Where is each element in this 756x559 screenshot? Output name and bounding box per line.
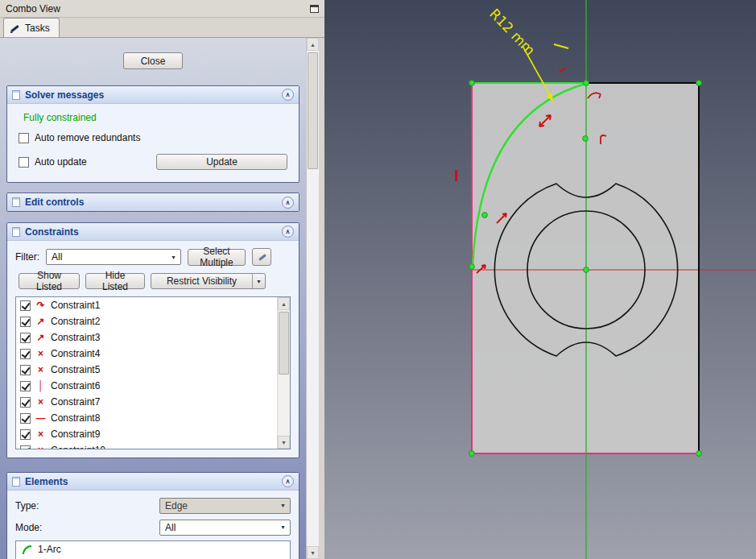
constraint-visibility-checkbox[interactable] — [20, 397, 31, 408]
coincident-constraint-icon: × — [35, 348, 47, 359]
section-title: Solver messages — [25, 89, 277, 101]
solver-messages-header[interactable]: Solver messages ∧ — [7, 86, 299, 104]
coincident-constraint-icon: × — [35, 364, 47, 375]
close-button[interactable]: Close — [123, 52, 183, 69]
chevron-down-icon: ▼ — [276, 520, 290, 535]
auto-remove-redundants-row[interactable]: Auto remove redundants — [19, 130, 287, 145]
chevron-down-icon[interactable]: ▼ — [252, 274, 265, 288]
tabbar: Tasks — [0, 18, 324, 38]
solver-messages-section: Solver messages ∧ Fully constrained Auto… — [6, 85, 300, 183]
element-label: 1-Arc — [38, 544, 61, 555]
horizontal-constraint-icon: — — [35, 412, 47, 424]
constraints-header[interactable]: Constraints ∧ — [7, 223, 299, 241]
solver-status: Fully constrained — [23, 112, 287, 123]
constraint-list-item[interactable]: ↗ Constraint3 — [16, 329, 277, 346]
constraint-label: Constraint4 — [51, 348, 100, 359]
auto-update-row[interactable]: Auto update — [19, 155, 87, 169]
section-icon — [12, 197, 20, 207]
select-multiple-button[interactable]: Select Multiple — [188, 249, 246, 266]
task-panel-scrollbar[interactable]: ▲ ▼ — [306, 38, 319, 559]
vertical-constraint-marker-icon[interactable] — [455, 170, 457, 181]
mode-combobox[interactable]: All ▼ — [159, 520, 291, 536]
collapse-chevron-icon[interactable]: ∧ — [282, 226, 294, 238]
window-title: Combo View — [6, 3, 60, 14]
task-panel: Close Solver messages ∧ Fully constraine… — [0, 38, 306, 559]
constraint-visibility-checkbox[interactable] — [20, 429, 31, 440]
type-combobox: Edge ▼ — [159, 498, 291, 514]
collapse-chevron-icon[interactable]: ∧ — [282, 197, 294, 209]
constraint-list-item[interactable]: │ Constraint6 — [16, 378, 277, 394]
edit-constraint-button[interactable] — [252, 248, 271, 266]
distance-constraint-icon: ↗ — [35, 332, 47, 343]
section-title: Elements — [25, 476, 277, 487]
constraint-list-scrollbar[interactable]: ▲ ▼ — [277, 297, 290, 449]
constraint-visibility-checkbox[interactable] — [20, 349, 31, 359]
auto-update-checkbox[interactable] — [19, 157, 29, 168]
tab-tasks[interactable]: Tasks — [3, 18, 60, 37]
scroll-down-icon[interactable]: ▼ — [278, 436, 290, 449]
elements-section: Elements ∧ Type: Edge ▼ Mode: All ▼ — [6, 472, 300, 559]
scroll-up-icon[interactable]: ▲ — [278, 297, 290, 310]
element-list-item[interactable]: 1-Arc — [16, 541, 290, 557]
constraint-list-item[interactable]: × Constraint7 — [16, 394, 277, 410]
constraint-list-item[interactable]: × Constraint9 — [16, 426, 277, 442]
vertex-point — [583, 136, 589, 142]
auto-remove-redundants-checkbox[interactable] — [19, 133, 29, 143]
collapse-chevron-icon[interactable]: ∧ — [282, 89, 294, 101]
vertex-point — [469, 451, 475, 457]
constraint-label: Constraint3 — [51, 332, 100, 343]
arc-element-icon — [22, 545, 32, 555]
section-icon — [12, 477, 20, 487]
filter-combobox[interactable]: All ▼ — [46, 249, 181, 265]
section-title: Constraints — [25, 226, 277, 238]
coincident-constraint-icon: × — [35, 429, 47, 440]
vertex-point — [696, 81, 702, 86]
constraint-visibility-checkbox[interactable] — [20, 333, 31, 343]
element-list: 1-Arc — [15, 540, 291, 559]
float-panel-icon[interactable] — [310, 5, 319, 13]
restrict-visibility-label: Restrict Visibility — [151, 275, 252, 287]
scroll-up-icon[interactable]: ▲ — [307, 38, 319, 51]
edit-controls-header[interactable]: Edit controls ∧ — [7, 193, 299, 211]
constraint-visibility-checkbox[interactable] — [20, 365, 31, 375]
constraints-section: Constraints ∧ Filter: All ▼ Select Multi… — [6, 222, 300, 458]
section-icon — [12, 90, 20, 100]
mode-label: Mode: — [15, 522, 42, 533]
panel-splitter[interactable] — [319, 38, 324, 559]
auto-update-label: Auto update — [35, 156, 87, 168]
constraint-list-item[interactable]: × Constraint4 — [16, 346, 277, 362]
constraint-visibility-checkbox[interactable] — [20, 381, 31, 391]
scroll-down-icon[interactable]: ▼ — [307, 546, 319, 559]
chevron-down-icon: ▼ — [276, 499, 290, 513]
brush-icon — [258, 252, 266, 262]
collapse-chevron-icon[interactable]: ∧ — [282, 475, 294, 487]
elements-header[interactable]: Elements ∧ — [7, 473, 299, 491]
constraint-list-item[interactable]: ↷ Constraint1 — [16, 297, 277, 313]
auto-remove-redundants-label: Auto remove redundants — [35, 132, 140, 143]
type-value: Edge — [165, 500, 188, 511]
constraint-label: Constraint9 — [51, 429, 100, 440]
constraint-list-item[interactable]: × Constraint10 — [16, 442, 277, 449]
constraint-visibility-checkbox[interactable] — [20, 300, 31, 311]
constraint-list-item[interactable]: — Constraint8 — [16, 410, 277, 426]
constraint-list-item[interactable]: × Constraint5 — [16, 362, 277, 378]
restrict-visibility-button[interactable]: Restrict Visibility ▼ — [151, 273, 266, 289]
vertex-point — [482, 213, 488, 218]
constraint-visibility-checkbox[interactable] — [20, 445, 31, 450]
constraint-list-item[interactable]: ↗ Constraint2 — [16, 313, 277, 329]
constraint-visibility-checkbox[interactable] — [20, 413, 31, 424]
hide-listed-button[interactable]: Hide Listed — [85, 273, 145, 289]
constraint-list: ↷ Constraint1 ↗ Constraint2 ↗ Constraint… — [15, 296, 291, 449]
scrollbar-thumb[interactable] — [279, 312, 289, 375]
constraint-label: Constraint8 — [51, 412, 100, 424]
scrollbar-thumb[interactable] — [308, 52, 318, 169]
3d-viewport[interactable]: R12 mm — [324, 0, 756, 559]
update-button[interactable]: Update — [156, 154, 287, 170]
vertical-constraint-icon: │ — [35, 380, 47, 391]
constraint-label: Constraint1 — [51, 300, 100, 311]
edit-controls-section: Edit controls ∧ — [6, 193, 300, 212]
filter-label: Filter: — [15, 251, 39, 263]
constraint-visibility-checkbox[interactable] — [20, 317, 31, 327]
constraint-label: Constraint2 — [51, 316, 100, 327]
show-listed-button[interactable]: Show Listed — [19, 273, 80, 289]
